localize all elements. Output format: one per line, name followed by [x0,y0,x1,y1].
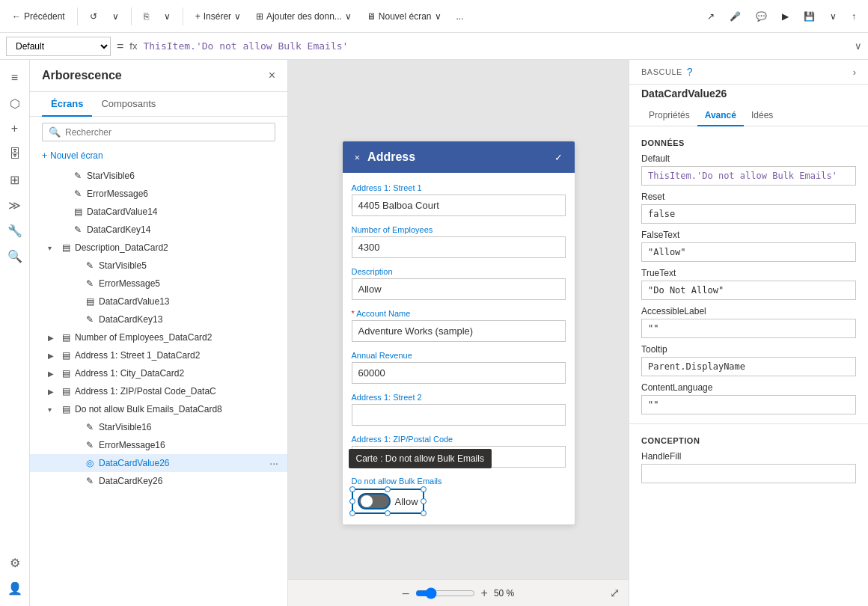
right-icons: ↗ 🎤 💬 ▶ 💾 ∨ ↑ [701,8,862,25]
handle-bm[interactable] [385,510,391,516]
expand-button[interactable]: ⤢ [610,586,620,600]
side-icons-column: ≡ ⬡ + 🗄 ⊞ ≫ 🔧 🔍 ⚙ 👤 [0,60,30,606]
tree-item-datacardvalue26[interactable]: ◎ DataCardValue26 ··· [30,454,287,472]
tree-item-numemployees-datacard2[interactable]: ▶ ▤ Number of Employees_DataCard2 [30,328,287,346]
tree-item-starvisible16[interactable]: ✎ StarVisible16 [30,418,287,436]
close-button[interactable]: × [269,69,275,82]
canvas-bottom-bar: – + 50 % ⤢ [288,579,629,606]
prop-input-handlefill[interactable] [641,464,856,483]
formula-input[interactable] [143,40,849,52]
play-button[interactable]: ▶ [776,8,795,25]
undo-dropdown-button[interactable]: ∨ [106,8,125,25]
tree-item-description-datacard2[interactable]: ▾ ▤ Description_DataCard2 [30,239,287,257]
more-button[interactable]: ... [450,8,470,25]
tab-advanced[interactable]: Avancé [697,105,744,126]
field-street1: Address 1: Street 1 [343,179,575,221]
variables-icon[interactable]: ⊞ [3,168,27,192]
layers-icon[interactable]: ≡ [3,66,27,90]
tree-item-datacardvalue14[interactable]: ▤ DataCardValue14 [30,203,287,221]
chat-button[interactable]: 💬 [750,8,773,25]
prop-label-contentlanguage: ContentLanguage [641,382,856,393]
handle-ml[interactable] [349,498,355,504]
tree-item-datacardkey14[interactable]: ✎ DataCardKey14 [30,221,287,239]
tree-item-datacardvalue13[interactable]: ▤ DataCardValue13 [30,293,287,310]
prop-input-default[interactable] [641,166,856,186]
save-dropdown-button[interactable]: ∨ [824,8,843,25]
zoom-slider[interactable] [415,587,475,599]
help-icon[interactable]: ? [687,66,693,78]
insert-icon[interactable]: + [3,117,27,141]
back-button[interactable]: ← Précédent [6,8,71,25]
save-button[interactable]: 💾 [798,8,821,25]
tree-item-street1-datacard2[interactable]: ▶ ▤ Address 1: Street 1_DataCard2 [30,346,287,364]
tree-item-datacardkey13[interactable]: ✎ DataCardKey13 [30,310,287,328]
prop-input-truetext[interactable] [641,281,856,300]
field-input-street1[interactable] [352,195,566,216]
handle-tm[interactable] [385,486,391,492]
tree-item-bulkemails-datacard8[interactable]: ▾ ▤ Do not allow Bulk Emails_DataCard8 [30,400,287,418]
check-icon[interactable]: ✓ [554,152,563,163]
handle-mr[interactable] [421,498,427,504]
tree-item-errormessage5[interactable]: ✎ ErrorMessage5 [30,275,287,293]
settings-icon[interactable]: ⚙ [3,551,27,575]
publish-button[interactable]: ↑ [846,8,862,25]
panel-expand-icon[interactable]: › [853,67,856,78]
field-input-description[interactable] [352,278,566,300]
handle-tr[interactable] [421,486,427,492]
close-icon[interactable]: × [355,152,361,163]
chevron-down-icon: ▾ [48,244,57,252]
field-input-employees[interactable] [352,236,566,258]
handle-bl[interactable] [349,510,355,516]
copy-dropdown-button[interactable]: ∨ [158,8,177,25]
copy-button[interactable]: ⎘ [138,8,155,25]
prop-input-contentlanguage[interactable] [641,395,856,414]
data-icon[interactable]: 🗄 [3,142,27,166]
field-input-revenue[interactable] [352,362,566,384]
tab-screens[interactable]: Écrans [42,92,92,117]
components-icon[interactable]: ⬡ [3,91,27,115]
tab-components[interactable]: Composants [92,92,165,117]
account-icon[interactable]: 👤 [3,576,27,600]
prop-input-falsetext[interactable] [641,242,856,262]
tree-item-errormessage6[interactable]: ✎ ErrorMessage6 [30,185,287,203]
fx-label: fx [129,40,137,52]
handle-tl[interactable] [349,486,355,492]
formula-expand-icon[interactable]: ∨ [855,40,862,52]
tree-item-city-datacard2[interactable]: ▶ ▤ Address 1: City_DataCard2 [30,364,287,382]
tree-item-datacardkey26[interactable]: ✎ DataCardKey26 [30,472,287,490]
toggle-icon: ◎ [84,458,96,468]
prop-input-tooltip[interactable] [641,357,856,376]
property-dropdown[interactable]: Default [6,37,111,56]
prop-input-reset[interactable] [641,204,856,224]
toggle-switch[interactable] [358,493,391,509]
field-input-street2[interactable] [352,404,566,426]
insert-button[interactable]: + Insérer ∨ [189,8,247,25]
mic-button[interactable]: 🎤 [724,8,747,25]
tree-item-errormessage16[interactable]: ✎ ErrorMessage16 [30,436,287,454]
tree-item-starvisible6[interactable]: ✎ StarVisible6 [30,167,287,185]
chevron-down-icon: ∨ [112,11,119,22]
prop-label-truetext: TrueText [641,268,856,278]
new-screen-button[interactable]: 🖥 Nouvel écran ∨ [361,8,447,25]
add-data-button[interactable]: ⊞ Ajouter des donn... ∨ [250,8,358,25]
zoom-out-button[interactable]: – [403,587,409,600]
new-screen-tree-button[interactable]: + Nouvel écran [30,147,287,164]
tree-item-starvisible5[interactable]: ✎ StarVisible5 [30,257,287,275]
field-input-accountname[interactable] [352,320,566,342]
more-options-button[interactable]: ··· [266,457,281,469]
zoom-in-button[interactable]: + [481,587,488,600]
share-button[interactable]: ↗ [701,8,721,25]
search-input[interactable] [65,127,269,138]
search-icon[interactable]: 🔍 [3,244,27,268]
prop-input-accessiblelabel[interactable] [641,319,856,338]
formulas-icon[interactable]: ≫ [3,193,27,217]
handle-br[interactable] [421,510,427,516]
plus-icon-small: + [42,150,47,161]
undo-button[interactable]: ↺ [84,8,103,25]
fx-indicator: fx [129,40,137,52]
tools-icon[interactable]: 🔧 [3,218,27,242]
tree-item-zip-datacard[interactable]: ▶ ▤ Address 1: ZIP/Postal Code_DataC [30,382,287,400]
tab-properties[interactable]: Propriétés [641,105,697,126]
form-title: Address [367,150,415,164]
tab-ideas[interactable]: Idées [744,105,780,126]
